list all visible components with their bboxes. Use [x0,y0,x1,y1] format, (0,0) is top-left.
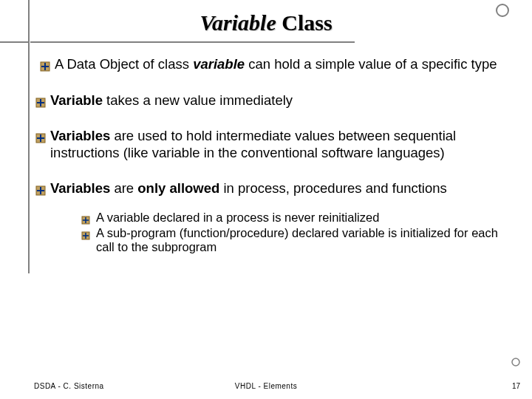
slide-title-wrap: Variable Class [13,10,519,35]
sub-bullet-icon [81,214,90,222]
sub-bullet-text: A sub-program (function/procedure) decla… [96,226,513,254]
sub-bullet-icon [81,229,90,238]
slide-footer: DSDA - C. Sisterna VHDL - Elements 17 [0,375,532,390]
sub-bullet-list: A variable declared in a process is neve… [81,211,513,254]
bullet-icon [35,95,46,106]
decorative-circle-icon [495,3,510,18]
slide: Variable Class A Data Object of class va… [0,0,532,399]
bullet-text: A Data Object of class variable can hold… [55,56,513,73]
bullet-item: Variable takes a new value immediately [35,92,513,109]
sub-bullet-item: A sub-program (function/procedure) decla… [81,226,513,254]
decorative-circle-icon [511,358,520,366]
bullet-item: Variables are used to hold intermediate … [35,128,513,161]
slide-number: 17 [512,382,520,390]
horizontal-rule [0,41,355,43]
title-italic: Variable [200,10,276,35]
bullet-text: Variables are only allowed in process, p… [50,180,513,197]
sub-bullet-text: A variable declared in a process is neve… [96,211,513,225]
bullet-icon [40,59,50,69]
svg-point-19 [512,358,519,366]
bullet-icon [35,131,46,141]
slide-title: Variable Class [200,10,332,35]
vertical-rule [28,0,30,273]
sub-bullet-item: A variable declared in a process is neve… [81,211,513,225]
bullet-icon [35,183,46,194]
bullet-item: Variables are only allowed in process, p… [35,180,513,197]
bullet-text: Variable takes a new value immediately [50,92,513,109]
svg-point-0 [497,4,508,16]
bullet-item: A Data Object of class variable can hold… [40,56,513,73]
title-rest: Class [276,10,332,35]
footer-subject: VHDL - Elements [0,382,532,390]
bullet-text: Variables are used to hold intermediate … [50,128,513,161]
content-area: A Data Object of class variable can hold… [40,56,513,256]
